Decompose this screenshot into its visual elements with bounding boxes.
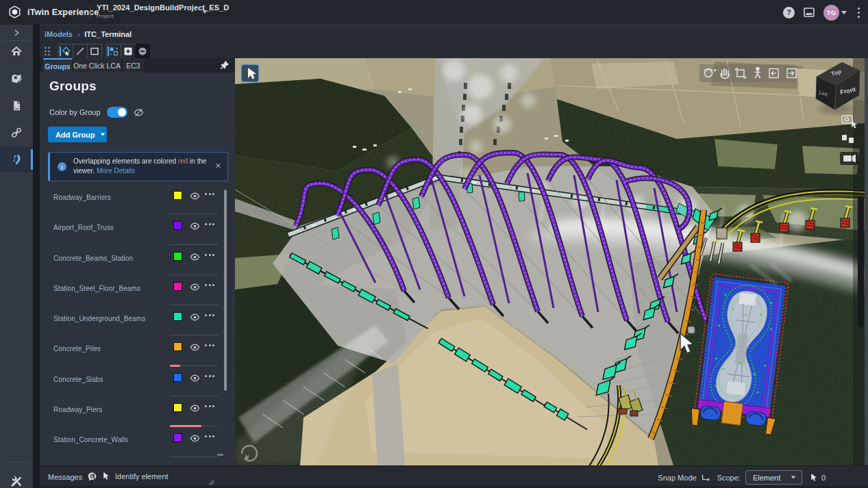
group-more-button[interactable] (205, 405, 214, 407)
hide-all-icon[interactable] (134, 107, 144, 118)
identify-element-label: Identify element (115, 472, 169, 480)
group-row[interactable]: Roadway_Barriers (40, 184, 235, 214)
pin-panel-button[interactable] (220, 60, 230, 70)
line-select-tool-button[interactable] (73, 44, 88, 59)
divider (90, 5, 90, 19)
group-row[interactable]: Concrete_Slabs (40, 366, 235, 396)
group-list-scrollbar[interactable] (224, 190, 227, 391)
group-more-button[interactable] (205, 284, 214, 286)
help-button[interactable]: ? (783, 7, 795, 18)
rail-item-home[interactable] (0, 38, 33, 64)
rail-item-utilities[interactable] (0, 468, 33, 488)
group-visibility-button[interactable] (190, 312, 200, 322)
messages-label: Messages (48, 473, 82, 481)
group-color-swatch[interactable] (173, 282, 182, 291)
group-visibility-button[interactable] (190, 282, 200, 292)
group-more-button[interactable] (205, 344, 214, 346)
panel-title: Groups (49, 79, 97, 94)
group-row[interactable]: Roadway_Piers (40, 396, 235, 426)
group-color-swatch[interactable] (173, 403, 182, 412)
selection-toolbar (40, 44, 150, 59)
group-list: Roadway_Barriers Airport_Roof_Truss Conc… (40, 184, 235, 457)
hook-icon (10, 127, 23, 139)
group-visibility-button[interactable] (190, 433, 200, 444)
breadcrumb-bar: iModels › ITC_Terminal (40, 25, 868, 42)
page-scrollbar-thumb[interactable] (858, 196, 864, 327)
group-row[interactable]: Concrete_Piles (40, 335, 235, 365)
toolbar-drag-handle[interactable] (43, 45, 51, 57)
rail-item-connections[interactable] (0, 120, 33, 146)
project-caret-icon[interactable] (202, 10, 208, 14)
group-select-tool-button[interactable] (106, 44, 121, 59)
remove-selection-button[interactable] (135, 44, 150, 59)
messages-button[interactable]: Messages (48, 472, 97, 482)
statusbar-right: Snap Mode Scope: Element 0 (658, 466, 826, 488)
app-brand: iTwin Experience (8, 5, 99, 18)
color-by-group-toggle[interactable] (107, 107, 127, 118)
group-row[interactable]: Station_Underground_Beams (40, 305, 235, 335)
group-more-button[interactable] (205, 435, 214, 437)
avatar[interactable]: TG (823, 5, 839, 21)
select-tool-icon (60, 46, 71, 57)
group-visibility-button[interactable] (190, 221, 200, 231)
group-visibility-button[interactable] (190, 252, 200, 262)
add-group-button[interactable]: Add Group (48, 127, 107, 142)
group-color-swatch[interactable] (173, 373, 182, 382)
minus-circle-icon (137, 46, 148, 57)
group-color-swatch[interactable] (173, 221, 182, 230)
project-title: YTI_2024_DesignBuildProject_ES_D (97, 3, 229, 12)
group-name: Concrete_Piles (53, 345, 101, 352)
group-visibility-button[interactable] (190, 342, 200, 352)
rail-expand-button[interactable] (0, 26, 33, 40)
group-color-swatch[interactable] (173, 252, 182, 261)
banner-more-details-link[interactable]: More Details (97, 167, 135, 175)
add-group-caret-icon (101, 133, 105, 136)
project-switcher[interactable]: YTI_2024_DesignBuildProject_ES_D Project (97, 3, 229, 19)
tools-icon (10, 475, 23, 487)
group-color-swatch[interactable] (173, 312, 182, 321)
group-row[interactable]: Airport_Roof_Truss (40, 214, 235, 244)
group-more-button[interactable] (205, 223, 214, 225)
rail-item-documents[interactable] (0, 92, 33, 118)
snap-mode-button[interactable]: Snap Mode (658, 473, 710, 483)
group-visibility-button[interactable] (190, 191, 200, 201)
tab-ec3[interactable]: EC3 (122, 58, 145, 73)
scope-select-caret-icon (791, 476, 795, 479)
more-menu-button[interactable] (855, 6, 863, 19)
group-row[interactable]: Station_Steel_Floor_Beams (40, 275, 235, 305)
group-color-swatch[interactable] (173, 342, 182, 351)
model-viewport[interactable]: i (235, 58, 865, 465)
pointer-icon (101, 472, 110, 480)
group-more-button[interactable] (205, 193, 214, 195)
page-scrollbar-track[interactable] (865, 58, 868, 465)
rail-item-scenes[interactable] (0, 66, 33, 92)
line-tool-icon (75, 46, 86, 57)
tab-groups[interactable]: Groups (43, 58, 73, 73)
select-element-tool-button[interactable] (58, 44, 73, 59)
resize-grip-icon[interactable] (208, 479, 214, 485)
group-select-icon (108, 46, 119, 57)
group-more-button[interactable] (205, 254, 214, 256)
group-more-button[interactable] (205, 314, 214, 316)
panel-layout-button[interactable] (803, 6, 815, 18)
group-color-swatch[interactable] (173, 433, 182, 442)
document-icon (11, 100, 23, 112)
scope-select-value: Element (753, 474, 780, 482)
info-icon: i (58, 162, 66, 171)
group-visibility-button[interactable] (190, 403, 200, 413)
scope-select[interactable]: Element (745, 470, 802, 485)
panel-tab-bar: Groups One Click LCA EC3 (40, 58, 235, 73)
group-row[interactable]: Concrete_Beams_Station (40, 245, 235, 275)
selection-count: 0 (809, 473, 826, 482)
avatar-caret-icon[interactable] (841, 11, 847, 14)
group-row[interactable]: Station_Concrete_Walls (40, 426, 235, 457)
rail-item-carbon-active[interactable] (0, 146, 33, 172)
breadcrumb-imodels[interactable]: iModels (45, 30, 73, 38)
banner-close-button[interactable]: ✕ (215, 162, 221, 170)
group-color-swatch[interactable] (173, 191, 182, 200)
add-selection-button[interactable] (121, 44, 136, 59)
group-more-button[interactable] (205, 375, 214, 377)
group-visibility-button[interactable] (190, 373, 200, 383)
tab-one-click-lca[interactable]: One Click LCA (73, 58, 122, 73)
box-select-tool-button[interactable] (87, 44, 102, 59)
